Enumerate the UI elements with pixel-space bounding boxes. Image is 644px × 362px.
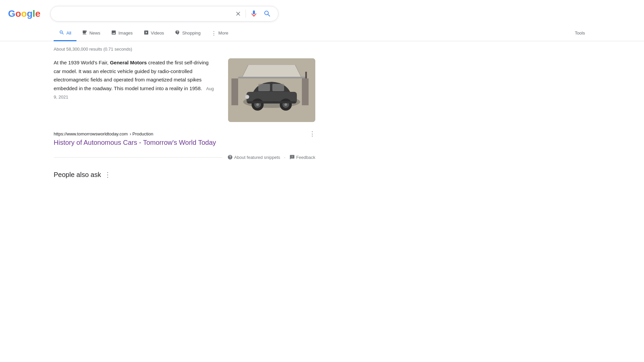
paa-section: People also ask ⋮ (54, 171, 315, 179)
video-icon (144, 30, 149, 35)
source-line: https://www.tomorrowsworldtoday.com › Pr… (54, 130, 315, 137)
videos-tab-icon (144, 30, 149, 36)
svg-rect-18 (231, 78, 238, 105)
tab-more[interactable]: ⋮ More (206, 26, 234, 41)
footer-divider (54, 157, 222, 158)
more-tab-icon: ⋮ (211, 30, 216, 36)
svg-point-11 (256, 103, 259, 106)
search-button[interactable] (262, 8, 273, 19)
clear-button[interactable] (233, 9, 243, 18)
tools-section: Tools (570, 26, 590, 40)
microphone-icon (250, 10, 258, 18)
google-logo[interactable]: Google (8, 8, 40, 19)
all-search-icon (59, 30, 64, 35)
snippet-text-bold: General Motors (110, 60, 147, 65)
snippet-text-before: At the 1939 World's Fair, (54, 60, 110, 65)
snippet-text: At the 1939 World's Fair, General Motors… (54, 58, 215, 122)
snippet-footer: About featured snippets · Feedback (54, 150, 315, 160)
about-snippets-label: About featured snippets (234, 155, 280, 160)
results-container: About 58,300,000 results (0.71 seconds) … (0, 41, 369, 184)
shopping-tab-icon (175, 30, 180, 36)
close-icon (235, 10, 241, 17)
tab-more-label: More (218, 31, 228, 36)
search-bar: who built the first autonomous car (50, 6, 278, 21)
logo-e: e (35, 8, 41, 19)
newspaper-icon (82, 30, 87, 35)
svg-rect-17 (302, 78, 309, 105)
featured-snippet: At the 1939 World's Fair, General Motors… (54, 58, 315, 122)
tab-videos-label: Videos (151, 31, 164, 36)
about-snippets-link[interactable]: About featured snippets (227, 155, 280, 160)
tab-all-label: All (66, 31, 71, 36)
car-image-svg (228, 58, 315, 122)
tab-images-label: Images (118, 31, 133, 36)
paa-header: People also ask ⋮ (54, 171, 315, 179)
logo-g: G (8, 8, 15, 19)
news-tab-icon (82, 30, 87, 36)
microphone-button[interactable] (249, 8, 259, 19)
results-count: About 58,300,000 results (0.71 seconds) (54, 47, 315, 52)
logo-l: l (33, 8, 35, 19)
header: Google who built the first autonomous ca… (0, 0, 644, 25)
question-circle-icon (227, 155, 233, 160)
snippet-image (228, 58, 315, 122)
tab-news-label: News (89, 31, 100, 36)
tab-shopping[interactable]: Shopping (169, 26, 206, 41)
svg-rect-19 (305, 72, 307, 78)
svg-rect-4 (238, 77, 305, 78)
search-input[interactable]: who built the first autonomous car (56, 11, 231, 17)
images-tab-icon (111, 30, 116, 36)
svg-marker-1 (241, 65, 302, 78)
feedback-icon (289, 155, 295, 160)
svg-rect-7 (258, 84, 270, 91)
tab-shopping-label: Shopping (182, 31, 201, 36)
search-icon (263, 10, 271, 18)
tab-all[interactable]: All (54, 26, 76, 41)
svg-rect-8 (272, 84, 284, 91)
tools-button[interactable]: Tools (570, 26, 590, 41)
source-url: https://www.tomorrowsworldtoday.com (54, 131, 128, 136)
feedback-link[interactable]: Feedback (289, 155, 315, 160)
logo-g2: g (27, 8, 33, 19)
svg-point-14 (284, 103, 287, 106)
logo-o2: o (21, 8, 27, 19)
source-breadcrumb: › Production (130, 131, 153, 136)
source-menu-button[interactable]: ⋮ (309, 130, 315, 137)
svg-rect-16 (248, 101, 296, 103)
tools-label: Tools (575, 31, 585, 36)
image-icon (111, 30, 116, 35)
paa-title: People also ask (54, 171, 101, 179)
tab-news[interactable]: News (76, 26, 106, 41)
search-divider (246, 10, 246, 18)
tab-videos[interactable]: Videos (138, 26, 170, 41)
tab-images[interactable]: Images (106, 26, 138, 41)
svg-point-15 (245, 95, 249, 99)
feedback-label: Feedback (296, 155, 315, 160)
paa-menu-button[interactable]: ⋮ (104, 171, 111, 179)
search-tab-icon (59, 30, 64, 36)
shopping-icon (175, 30, 180, 35)
nav-tabs: All News Images Videos Shopp (0, 25, 644, 41)
result-link[interactable]: History of Autonomous Cars - Tomorrow's … (54, 139, 315, 146)
footer-links: About featured snippets · Feedback (227, 155, 315, 160)
footer-separator: · (284, 155, 285, 160)
logo-o1: o (15, 8, 21, 19)
